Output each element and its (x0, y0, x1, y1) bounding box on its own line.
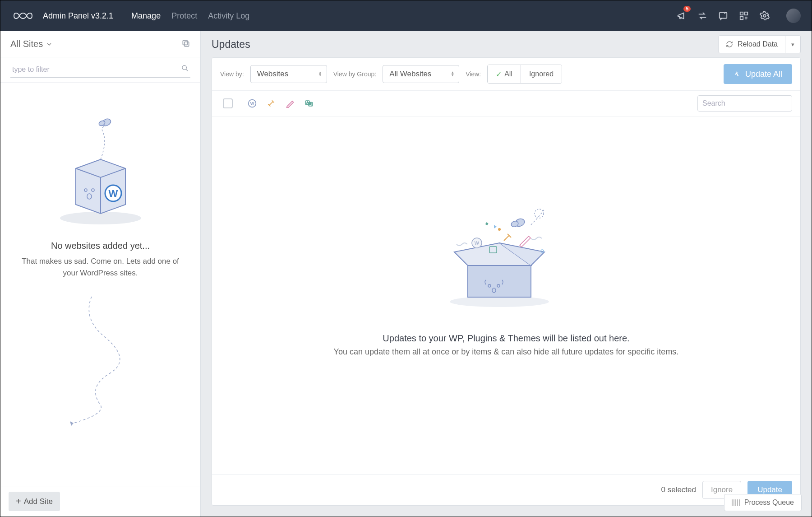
main-empty-subtitle: You can update them all at once or by it… (334, 347, 679, 357)
theme-filter-icon[interactable] (285, 98, 295, 108)
svg-text:A: A (307, 101, 309, 104)
view-label: View: (466, 70, 481, 78)
svg-rect-6 (183, 40, 187, 45)
view-filter-segment: ✓ All Ignored (487, 65, 562, 84)
view-ignored-button[interactable]: Ignored (521, 65, 562, 83)
reload-icon (726, 41, 733, 48)
svg-point-30 (498, 228, 501, 231)
svg-rect-5 (185, 42, 189, 46)
svg-rect-2 (745, 12, 747, 15)
reload-options-button[interactable]: ▾ (785, 35, 801, 53)
logo-icon (11, 9, 35, 23)
svg-rect-31 (485, 222, 489, 225)
process-queue-button[interactable]: Process Queue (724, 494, 802, 511)
nav-activity-log[interactable]: Activity Log (208, 11, 249, 21)
sidebar-empty-title: No websites added yet... (51, 241, 150, 251)
view-all-label: All (504, 70, 512, 78)
comment-icon[interactable] (718, 10, 729, 21)
site-selector[interactable]: All Sites (10, 39, 52, 49)
sidebar: All Sites (0, 31, 201, 517)
add-site-button[interactable]: + Add Site (9, 492, 60, 511)
svg-point-4 (763, 14, 766, 17)
sort-icon: ▲▼ (451, 71, 454, 77)
open-box-illustration: W (441, 198, 572, 311)
settings-icon[interactable] (759, 10, 770, 21)
plugin-filter-icon[interactable] (266, 98, 276, 108)
view-by-label: View by: (220, 70, 244, 78)
app-header: Admin Panel v3.2.1 Manage Protect Activi… (0, 0, 812, 31)
translation-filter-icon[interactable]: A文 (304, 98, 314, 108)
empty-box-illustration: W (49, 110, 152, 227)
main-nav: Manage Protect Activity Log (131, 11, 249, 21)
dashed-arrow-illustration (60, 292, 141, 428)
reload-label: Reload Data (738, 40, 778, 48)
view-by-select[interactable]: Websites ▲▼ (250, 65, 327, 83)
view-group-select[interactable]: All Websites ▲▼ (383, 65, 459, 83)
svg-rect-1 (740, 12, 743, 15)
add-site-label: Add Site (24, 497, 53, 506)
check-icon: ✓ (496, 70, 502, 79)
nav-protect[interactable]: Protect (171, 11, 197, 21)
updates-subbar: W A文 (212, 91, 800, 116)
svg-text:文: 文 (309, 102, 312, 105)
view-group-value: All Websites (389, 70, 431, 79)
update-all-label: Update All (745, 70, 782, 79)
sidebar-empty-state: W No websites added yet... That makes us… (0, 83, 200, 486)
sidebar-empty-subtitle: That makes us sad. Come on. Lets add one… (18, 256, 182, 279)
app-title: Admin Panel v3.2.1 (43, 11, 113, 21)
queue-icon (732, 499, 740, 506)
sort-icon: ▲▼ (318, 71, 322, 77)
nav-manage[interactable]: Manage (131, 11, 161, 21)
copy-icon[interactable] (181, 39, 190, 50)
search-box (697, 95, 792, 112)
svg-text:W: W (250, 101, 254, 106)
svg-point-33 (535, 209, 544, 218)
notification-badge: 5 (683, 6, 691, 12)
view-all-button[interactable]: ✓ All (488, 65, 521, 83)
click-icon (734, 70, 742, 78)
site-filter-input[interactable] (10, 62, 190, 77)
updates-panel: View by: Websites ▲▼ View by Group: All … (212, 57, 801, 506)
svg-point-7 (182, 65, 186, 70)
avatar[interactable] (786, 9, 801, 23)
svg-point-23 (450, 296, 549, 307)
site-selector-label: All Sites (10, 39, 43, 49)
view-by-value: Websites (257, 70, 289, 79)
svg-text:W: W (108, 188, 118, 199)
reload-data-button[interactable]: Reload Data (718, 35, 785, 53)
plus-icon: + (16, 496, 21, 507)
update-all-button[interactable]: Update All (724, 64, 792, 84)
sync-icon[interactable] (697, 10, 708, 21)
process-queue-label: Process Queue (744, 498, 794, 507)
page-title: Updates (212, 38, 250, 51)
header-icons: 5 (676, 9, 801, 23)
svg-rect-0 (720, 13, 727, 19)
main-area: Updates Reload Data ▾ View by: Websites … (201, 31, 812, 517)
search-icon (181, 65, 189, 74)
view-ignored-label: Ignored (529, 70, 554, 78)
updates-footer: 0 selected Ignore Update (212, 474, 800, 505)
selected-count: 0 selected (661, 485, 696, 494)
view-group-label: View by Group: (333, 70, 376, 78)
svg-rect-3 (740, 17, 743, 19)
updates-empty-state: W Updates (212, 116, 800, 474)
select-all-checkbox[interactable] (223, 98, 233, 108)
chevron-down-icon (46, 42, 52, 47)
updates-toolbar: View by: Websites ▲▼ View by Group: All … (212, 58, 800, 91)
announcements-icon[interactable]: 5 (676, 10, 687, 21)
main-empty-title: Updates to your WP, Plugins & Themes wil… (383, 333, 629, 344)
wordpress-filter-icon[interactable]: W (247, 98, 257, 108)
svg-text:W: W (475, 240, 480, 246)
search-input[interactable] (702, 99, 793, 107)
apps-icon[interactable] (738, 10, 749, 21)
